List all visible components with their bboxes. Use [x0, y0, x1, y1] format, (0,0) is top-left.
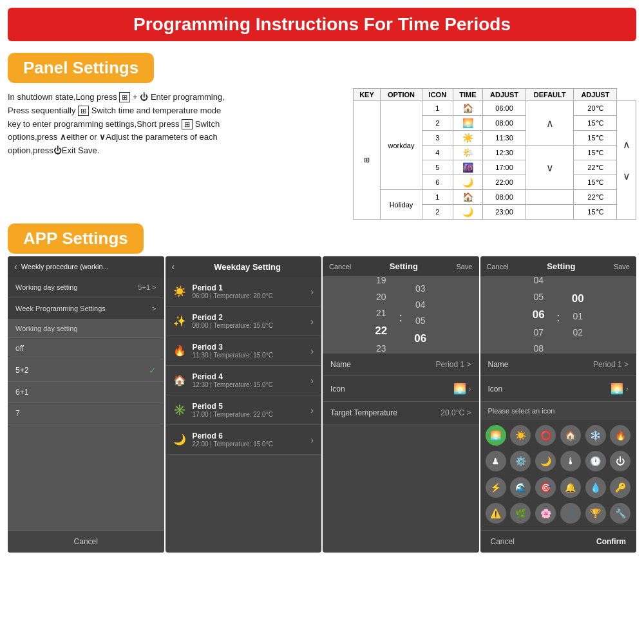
- panel3-name-row[interactable]: Name Period 1 >: [323, 354, 479, 376]
- panel4-time-separator: :: [556, 306, 560, 325]
- hour-19: 19: [376, 276, 386, 289]
- table-row-num: 3: [422, 131, 453, 146]
- col-option: OPTION: [380, 89, 422, 101]
- period-item-2[interactable]: ✨ Period 2 08:00 | Temperature: 15.0°C ›: [166, 307, 322, 336]
- hour-picker[interactable]: 19 20 21 22 23: [368, 276, 394, 354]
- period-chevron-2: ›: [310, 316, 314, 327]
- panel4-cancel-button[interactable]: Cancel: [491, 537, 515, 546]
- panel1-option-7[interactable]: 7: [8, 403, 164, 424]
- panel1-option-6plus1[interactable]: 6+1: [8, 382, 164, 403]
- panel1-cancel-button[interactable]: Cancel: [8, 530, 164, 553]
- period-item-5[interactable]: ✳️ Period 5 17:00 | Temperature: 22.0°C …: [166, 395, 322, 425]
- panel3-header: Cancel Setting Save: [323, 256, 479, 276]
- table-row-num: 2: [422, 116, 453, 131]
- table-holiday-icon: 🌙: [453, 205, 482, 220]
- panel4-name-label: Name: [488, 360, 509, 369]
- table-row-num: 1: [422, 101, 453, 116]
- panel1-workday-label: Working day setting: [15, 283, 77, 291]
- panel3-save-button[interactable]: Save: [456, 263, 472, 270]
- period-text-6: Period 6 22:00 | Temperature: 15.0°C: [193, 431, 311, 448]
- table-row-default: 22℃: [574, 160, 617, 175]
- icon-option-2[interactable]: ⭕: [535, 425, 556, 446]
- icon-option-7[interactable]: ⚙️: [510, 451, 531, 471]
- icon-option-6[interactable]: ♟: [486, 451, 506, 471]
- panel1-week-value: >: [152, 305, 156, 312]
- panel4-icon-row[interactable]: Icon 🌅 ›: [480, 376, 637, 402]
- icon-option-14[interactable]: 🎯: [535, 477, 556, 498]
- panel1-item-workday[interactable]: Working day setting 5+1 >: [8, 277, 164, 298]
- panel3-name-value: Period 1 >: [435, 360, 471, 369]
- main-content: In shutdown state,Long press ⊞ + ⏻ Enter…: [0, 88, 644, 220]
- panel4-icon-label-row: Icon: [488, 384, 503, 393]
- table-adjust-up[interactable]: ∧: [526, 101, 574, 146]
- panel4-minute-picker[interactable]: 00 01 02: [565, 289, 591, 341]
- time-picker[interactable]: 19 20 21 22 23 : 02 03 04 05 06 07: [323, 276, 479, 354]
- icon-option-19[interactable]: 🌿: [510, 503, 531, 524]
- icon-option-3[interactable]: 🏠: [560, 425, 581, 446]
- icon-option-10[interactable]: 🕐: [585, 451, 606, 471]
- panel1-dropdown: Working day setting off 5+2 ✓ 6+1 7: [8, 319, 164, 530]
- table-holiday-num: 2: [422, 205, 453, 220]
- table-adjust2[interactable]: ∧∨: [617, 101, 636, 220]
- table-adjust-down[interactable]: ∨: [526, 146, 574, 190]
- icon-option-13[interactable]: 🌊: [510, 477, 531, 498]
- table-row-icon: 🌅: [453, 116, 482, 131]
- period-item-4[interactable]: 🏠 Period 4 12:30 | Temperature: 15.0°C ›: [166, 366, 322, 395]
- icon-option-21[interactable]: 🎵: [560, 503, 581, 524]
- minute-picker[interactable]: 02 03 04 05 06 07: [408, 276, 433, 354]
- hour-20: 20: [376, 289, 386, 305]
- panel1-back-icon[interactable]: ‹: [14, 261, 17, 272]
- icon-option-20[interactable]: 🌸: [535, 503, 556, 524]
- period-item-1[interactable]: ☀️ Period 1 06:00 | Temperature: 20.0°C …: [166, 277, 322, 307]
- panel1-option-off[interactable]: off: [8, 338, 164, 359]
- period-item-3[interactable]: 🔥 Period 3 11:30 | Temperature: 15.0°C ›: [166, 336, 322, 366]
- panel4-name-row[interactable]: Name Period 1 >: [480, 354, 637, 376]
- icon-option-16[interactable]: 💧: [585, 477, 606, 498]
- panel2-back-icon[interactable]: ‹: [172, 261, 175, 272]
- period-text-4: Period 4 12:30 | Temperature: 15.0°C: [193, 372, 311, 388]
- left-column: In shutdown state,Long press ⊞ + ⏻ Enter…: [8, 88, 343, 220]
- p4-hour-08: 08: [533, 341, 544, 354]
- col-adjust1: ADJUST: [482, 89, 526, 101]
- table-holiday-option: Holiday: [380, 190, 422, 220]
- icon-option-15[interactable]: 🔔: [560, 477, 581, 498]
- panel3-cancel-button[interactable]: Cancel: [329, 263, 351, 270]
- icon-option-23[interactable]: 🔧: [610, 503, 630, 524]
- panel1-option-5plus2[interactable]: 5+2 ✓: [8, 359, 164, 382]
- icon-option-12[interactable]: ⚡: [486, 477, 506, 498]
- panel4-time-picker[interactable]: 04 05 06 07 08 : 00 01 02: [480, 276, 637, 354]
- icon-option-1[interactable]: ☀️: [510, 425, 531, 446]
- panel4-hour-picker[interactable]: 04 05 06 07 08: [526, 276, 551, 354]
- icon-option-5[interactable]: 🔥: [610, 425, 630, 446]
- table-row-time: 12:30: [482, 146, 526, 160]
- panel1-week-label: Week Programming Settings: [15, 305, 106, 312]
- right-column: KEY OPTION ICON TIME ADJUST DEFAULT ADJU…: [353, 88, 636, 220]
- period-item-6[interactable]: 🌙 Period 6 22:00 | Temperature: 15.0°C ›: [166, 425, 322, 455]
- icon-option-17[interactable]: 🔑: [610, 477, 630, 498]
- panel3-screen: Cancel Setting Save 19 20 21 22 23 : 02 …: [323, 256, 479, 553]
- min-03: 03: [415, 281, 426, 297]
- panel4-confirm-button[interactable]: Confirm: [596, 537, 626, 546]
- icon-option-22[interactable]: 🏆: [585, 503, 606, 524]
- icon-option-4[interactable]: ❄️: [585, 425, 606, 446]
- icon-option-18[interactable]: ⚠️: [486, 503, 506, 524]
- panel4-icon-value: 🌅 ›: [611, 383, 629, 395]
- icon-option-11[interactable]: ⏻: [610, 451, 630, 471]
- period-chevron-4: ›: [310, 375, 314, 386]
- icon-option-0[interactable]: 🌅: [486, 425, 506, 446]
- icon-option-8[interactable]: 🌙: [535, 451, 556, 471]
- period-text-3: Period 3 11:30 | Temperature: 15.0°C: [193, 343, 311, 359]
- hour-21: 21: [376, 305, 386, 321]
- panel3-temp-value: 20.0°C >: [440, 408, 471, 417]
- panel4-cancel-label: Cancel: [487, 263, 509, 270]
- table-row-icon: ☀️: [453, 131, 482, 146]
- panel1-item-week[interactable]: Week Programming Settings >: [8, 298, 164, 319]
- panel3-temp-row[interactable]: Target Temperature 20.0°C >: [323, 402, 479, 424]
- period-icon-6: 🌙: [173, 433, 186, 446]
- panel3-icon-row[interactable]: Icon 🌅 ›: [323, 376, 479, 402]
- icon-option-9[interactable]: 🌡: [560, 451, 581, 471]
- period-icon-1: ☀️: [173, 285, 186, 298]
- table-row-default: 15℃: [574, 175, 617, 190]
- table-key-cell: ⊞: [354, 101, 381, 220]
- panel1-screen: ‹ Weekly procedure (workin... Working da…: [8, 256, 164, 553]
